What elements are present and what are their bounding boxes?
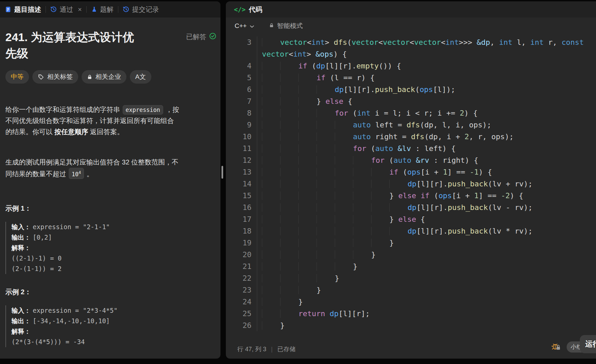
indent-guide	[298, 239, 317, 247]
indent-guide	[317, 144, 335, 153]
indent-guide	[353, 168, 371, 176]
smart-mode-toggle[interactable]: 智能模式	[269, 22, 303, 30]
code-line: 4 if (dp[l][r].empty()) {	[234, 60, 596, 72]
indent-guide	[298, 203, 317, 212]
indent-guide	[298, 73, 317, 82]
solved-badge: 已解答	[186, 32, 216, 61]
indent-guide	[262, 156, 280, 164]
indent-guide	[280, 203, 298, 212]
indent-guide	[262, 309, 280, 318]
line-number: 16	[234, 202, 251, 213]
badge-translate[interactable]: A文	[130, 70, 151, 84]
tab-solutions[interactable]: 题解	[91, 5, 114, 14]
code-line: 9 auto left = dfs(dp, l, i, ops);	[234, 119, 596, 131]
line-number: 20	[234, 249, 251, 261]
example-line: 解释：	[11, 243, 216, 253]
indent-guide	[353, 203, 371, 212]
line-number: 7	[234, 95, 251, 107]
indent-guide	[317, 191, 335, 200]
tab-divider	[46, 6, 46, 13]
indent-guide	[335, 191, 353, 200]
indent-guide	[298, 180, 317, 188]
tab-label: 通过	[60, 5, 73, 14]
difficulty-badge[interactable]: 中等	[5, 70, 29, 84]
badge-related-companies[interactable]: 相关企业	[82, 70, 126, 84]
indent-guide	[280, 168, 298, 176]
language-label: C++	[235, 22, 247, 30]
example-line: 输出：[-34,-14,-10,-10,10]	[11, 316, 216, 326]
indent-guide	[262, 262, 280, 271]
example-heading: 示例 2：	[5, 287, 216, 297]
indent-guide	[280, 73, 298, 82]
description-text: 给你一个由数字和运算符组成的字符串	[5, 106, 122, 113]
indent-guide	[371, 227, 389, 235]
indent-guide	[335, 250, 353, 259]
indent-guide	[317, 109, 335, 117]
indent-guide	[262, 298, 280, 306]
line-number: 9	[234, 119, 251, 131]
page-title: 241. 为运算表达式设计优 先级	[5, 29, 186, 61]
indent-guide	[262, 62, 280, 70]
language-selector[interactable]: C++	[235, 22, 254, 30]
indent-guide	[262, 321, 280, 330]
tab-divider	[86, 6, 87, 13]
badge-row: 中等相关标签相关企业A文	[5, 70, 216, 84]
indent-guide	[262, 203, 280, 212]
tab-submissions[interactable]: 提交记录	[123, 5, 159, 14]
tab-accepted[interactable]: 通过×	[50, 5, 82, 14]
line-number: 12	[234, 154, 251, 166]
panel-resize-handle[interactable]	[221, 166, 223, 179]
indent-guide	[298, 168, 317, 176]
code-line: 15 } else if (ops[i + 1] == -2) {	[234, 190, 596, 202]
chevron-down-icon	[250, 22, 254, 30]
indent-guide	[335, 215, 353, 223]
indent-guide	[280, 215, 298, 223]
indent-guide	[298, 227, 317, 235]
indent-guide	[353, 250, 371, 259]
problem-tab-bar: 题目描述通过×题解提交记录	[0, 1, 220, 18]
indent-guide	[280, 97, 298, 105]
tab-label: 提交记录	[132, 5, 159, 14]
example-line: 输出：[0,2]	[11, 232, 216, 243]
indent-guide	[298, 144, 317, 153]
editor-toolbar: C++ 智能模式	[226, 18, 596, 34]
line-number: 25	[234, 308, 251, 320]
code-line: 16 dp[l][r].push_back(lv - rv);	[234, 202, 596, 213]
tab-code[interactable]: 代码	[249, 5, 262, 14]
example-line: (2*(3-(4*5))) = -34	[11, 337, 216, 347]
indent-guide	[262, 168, 280, 176]
badge-label: 相关企业	[95, 72, 121, 81]
tab-description[interactable]: 题目描述	[5, 5, 41, 14]
indent-guide	[317, 227, 335, 235]
saved-status: 已存储	[277, 345, 296, 353]
indent-guide	[371, 239, 389, 247]
indent-guide	[317, 215, 335, 223]
close-icon[interactable]: ×	[78, 6, 82, 13]
line-number: 8	[234, 107, 251, 119]
code-line: 21 }	[234, 261, 596, 272]
run-button[interactable]: 运行	[580, 335, 596, 353]
indent-guide	[262, 73, 280, 82]
indent-guide	[262, 144, 280, 153]
indent-guide	[262, 239, 280, 247]
indent-guide	[280, 274, 298, 282]
indent-guide	[335, 262, 353, 271]
indent-guide	[298, 156, 317, 164]
problem-content: 241. 为运算表达式设计优 先级 已解答 中等相关标签相关企业A文 给你一个由…	[0, 18, 220, 359]
indent-guide	[353, 215, 371, 223]
code-line: 26 }	[234, 320, 596, 331]
indent-guide	[280, 109, 298, 117]
badge-related-tags[interactable]: 相关标签	[32, 70, 78, 84]
indent-guide	[335, 156, 353, 164]
code-line: 6 dp[l][r].push_back(ops[l]);	[234, 84, 596, 95]
code-line: 20 }	[234, 249, 596, 261]
indent-guide	[317, 180, 335, 188]
code-line: 11 for (auto &lv : left) {	[234, 143, 596, 154]
code-editor[interactable]: 3 vector<int> dfs(vector<vector<vector<i…	[226, 34, 596, 359]
indent-guide	[298, 215, 317, 223]
line-number: 24	[234, 296, 251, 308]
line-number: 15	[234, 190, 251, 202]
tab-divider	[118, 6, 118, 13]
indent-guide	[262, 191, 280, 200]
debug-lock-icon[interactable]	[551, 342, 562, 351]
